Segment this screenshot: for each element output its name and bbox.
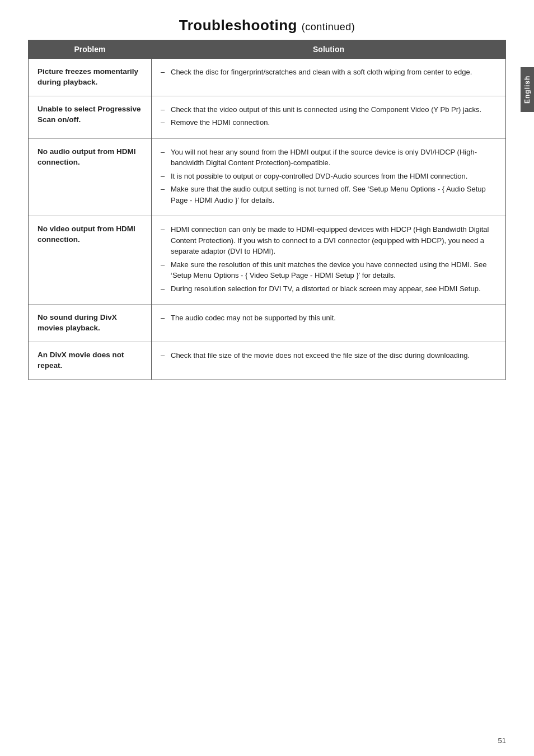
problem-text: Picture freezes momentarily during playb… bbox=[38, 67, 138, 86]
solution-cell: Check that the video output of this unit… bbox=[152, 96, 506, 138]
solution-item: During resolution selection for DVI TV, … bbox=[161, 283, 496, 295]
table-row: An DivX movie does not repeat.Check that… bbox=[29, 342, 506, 380]
solution-item: The audio codec may not be supported by … bbox=[161, 312, 496, 324]
solution-item: Check that file size of the movie does n… bbox=[161, 350, 496, 361]
table-row: No video output from HDMI connection.HDM… bbox=[29, 216, 506, 305]
problem-text: An DivX movie does not repeat. bbox=[38, 351, 124, 370]
language-tab-label: English bbox=[523, 76, 531, 104]
solution-list: Check the disc for fingerprint/scratches… bbox=[161, 67, 496, 78]
page-title: Troubleshooting (continued) bbox=[28, 17, 506, 34]
table-row: No audio output from HDMI connection.You… bbox=[29, 138, 506, 216]
solution-list: HDMI connection can only be made to HDMI… bbox=[161, 224, 496, 294]
solution-item: Remove the HDMI connection. bbox=[161, 117, 496, 128]
problem-header: Problem bbox=[29, 40, 152, 59]
page: Troubleshooting (continued) Problem Solu… bbox=[0, 0, 534, 756]
solution-item: Make sure the resolution of this unit ma… bbox=[161, 259, 496, 281]
problem-cell: Unable to select Progressive Scan on/off… bbox=[29, 96, 152, 138]
table-row: No sound during DivX movies playback.The… bbox=[29, 305, 506, 342]
solution-list: The audio codec may not be supported by … bbox=[161, 312, 496, 324]
problem-cell: No audio output from HDMI connection. bbox=[29, 138, 152, 216]
solution-item: Check that the video output of this unit… bbox=[161, 104, 496, 115]
problem-cell: No sound during DivX movies playback. bbox=[29, 305, 152, 342]
solution-list: You will not hear any sound from the HDM… bbox=[161, 147, 496, 206]
page-number: 51 bbox=[498, 736, 506, 745]
problem-cell: An DivX movie does not repeat. bbox=[29, 342, 152, 380]
language-tab: English bbox=[521, 67, 534, 112]
solution-item: You will not hear any sound from the HDM… bbox=[161, 147, 496, 169]
solution-cell: Check that file size of the movie does n… bbox=[152, 342, 506, 380]
troubleshooting-table: Problem Solution Picture freezes momenta… bbox=[28, 40, 506, 380]
solution-list: Check that the video output of this unit… bbox=[161, 104, 496, 128]
solution-cell: You will not hear any sound from the HDM… bbox=[152, 138, 506, 216]
problem-text: No audio output from HDMI connection. bbox=[38, 147, 135, 166]
problem-text: No sound during DivX movies playback. bbox=[38, 313, 117, 332]
solution-header: Solution bbox=[152, 40, 506, 59]
solution-item: Make sure that the audio output setting … bbox=[161, 184, 496, 206]
solution-item: It is not possible to output or copy-con… bbox=[161, 171, 496, 182]
problem-text: No video output from HDMI connection. bbox=[38, 225, 135, 244]
solution-cell: Check the disc for fingerprint/scratches… bbox=[152, 59, 506, 96]
problem-cell: Picture freezes momentarily during playb… bbox=[29, 59, 152, 96]
table-row: Unable to select Progressive Scan on/off… bbox=[29, 96, 506, 138]
solution-cell: HDMI connection can only be made to HDMI… bbox=[152, 216, 506, 305]
title-continued: (continued) bbox=[302, 21, 355, 32]
table-row: Picture freezes momentarily during playb… bbox=[29, 59, 506, 96]
solution-cell: The audio codec may not be supported by … bbox=[152, 305, 506, 342]
solution-list: Check that file size of the movie does n… bbox=[161, 350, 496, 361]
problem-text: Unable to select Progressive Scan on/off… bbox=[38, 105, 141, 124]
problem-cell: No video output from HDMI connection. bbox=[29, 216, 152, 305]
solution-item: HDMI connection can only be made to HDMI… bbox=[161, 224, 496, 257]
solution-item: Check the disc for fingerprint/scratches… bbox=[161, 67, 496, 78]
title-main: Troubleshooting bbox=[179, 17, 297, 34]
